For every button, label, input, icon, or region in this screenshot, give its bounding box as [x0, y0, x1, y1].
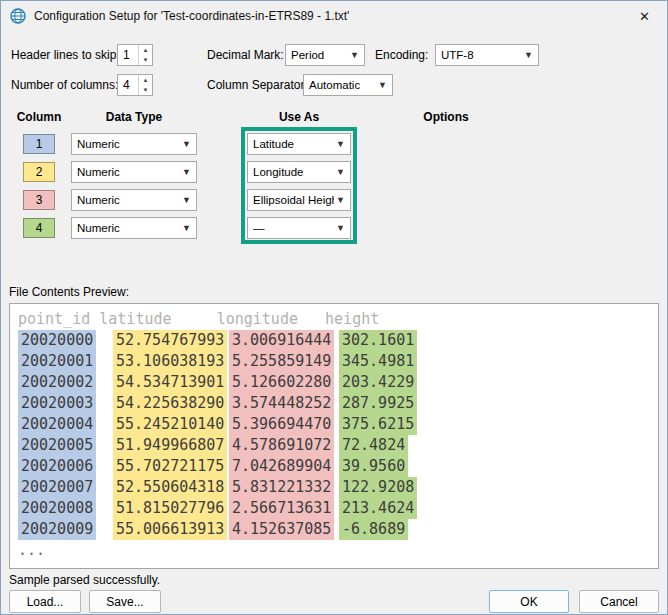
preview-cell: 5.126602280 — [229, 372, 334, 393]
use-as-header: Use As — [247, 110, 351, 124]
preview-cell: 5.831221332 — [229, 477, 334, 498]
preview-cell: 52.550604318 — [113, 477, 227, 498]
encoding-value: UTF-8 — [441, 49, 474, 61]
preview-cell: 20020001 — [18, 351, 96, 372]
column-separator-label: Column Separator: — [207, 74, 308, 96]
data-type-select[interactable]: Numeric ▼ — [71, 161, 197, 183]
column-config-row: 4 Numeric ▼ — ▼ — [1, 215, 667, 243]
chevron-down-icon: ▼ — [182, 139, 191, 149]
column-separator-select[interactable]: Automatic ▼ — [303, 74, 393, 96]
chevron-down-icon: ▼ — [524, 50, 533, 60]
data-type-select[interactable]: Numeric ▼ — [71, 189, 197, 211]
preview-cell: 20020008 — [18, 498, 96, 519]
preview-cell: 52.754767993 — [113, 330, 227, 351]
cancel-button[interactable]: Cancel — [579, 590, 659, 613]
load-button[interactable]: Load... — [9, 590, 81, 613]
preview-data-row: 20020000 52.754767993 3.006916444 302.16… — [18, 330, 658, 351]
save-button[interactable]: Save... — [89, 590, 161, 613]
num-columns-value: 4 — [123, 75, 130, 95]
column-config-row: 2 Numeric ▼ Longitude ▼ — [1, 159, 667, 187]
preview-data-row: 20020005 51.949966807 4.578691072 72.482… — [18, 435, 658, 456]
data-type-header: Data Type — [71, 110, 197, 124]
preview-header-line: point_id latitude longitude height — [18, 309, 658, 330]
column-separator-value: Automatic — [309, 79, 360, 91]
encoding-select[interactable]: UTF-8 ▼ — [435, 44, 539, 66]
header-lines-value: 1 — [123, 45, 130, 65]
preview-data-row: 20020009 55.006613913 4.152637085 -6.868… — [18, 519, 658, 540]
preview-cell: 4.152637085 — [229, 519, 334, 540]
column-number-badge: 2 — [23, 162, 55, 182]
preview-cell: 55.245210140 — [113, 414, 227, 435]
preview-cell: 20020006 — [18, 456, 96, 477]
preview-cell: 345.4981 — [339, 351, 417, 372]
preview-cell: -6.8689 — [339, 519, 408, 540]
num-columns-spinner[interactable]: 4 ▲ ▼ — [117, 74, 153, 96]
data-type-select[interactable]: Numeric ▼ — [71, 133, 197, 155]
chevron-down-icon: ▼ — [182, 195, 191, 205]
preview-cell: 20020005 — [18, 435, 96, 456]
chevron-down-icon: ▼ — [182, 223, 191, 233]
column-number-badge: 3 — [23, 190, 55, 210]
preview-label: File Contents Preview: — [9, 281, 129, 303]
decimal-mark-label: Decimal Mark: — [207, 44, 284, 66]
spin-up-icon[interactable]: ▲ — [139, 75, 152, 85]
decimal-mark-value: Period — [291, 49, 324, 61]
preview-cell: 302.1601 — [339, 330, 417, 351]
column-config-row: 1 Numeric ▼ Latitude ▼ — [1, 131, 667, 159]
preview-cell: 213.4624 — [339, 498, 417, 519]
preview-cell: 375.6215 — [339, 414, 417, 435]
preview-cell: 55.006613913 — [113, 519, 227, 540]
preview-data-row: 20020006 55.702721175 7.042689904 39.956… — [18, 456, 658, 477]
preview-truncation: ... — [18, 540, 658, 561]
use-as-select[interactable]: Ellipsoidal Height ▼ — [247, 189, 351, 211]
use-as-select[interactable]: Latitude ▼ — [247, 133, 351, 155]
titlebar: Configuration Setup for 'Test-coordinate… — [1, 1, 667, 31]
use-as-select[interactable]: Longitude ▼ — [247, 161, 351, 183]
preview-cell: 20020007 — [18, 477, 96, 498]
globe-icon — [10, 8, 26, 24]
preview-cell: 122.9208 — [339, 477, 417, 498]
chevron-down-icon: ▼ — [336, 195, 345, 205]
column-config-rows: 1 Numeric ▼ Latitude ▼ 2 Numeric ▼ Longi… — [1, 131, 667, 243]
preview-cell: 5.396694470 — [229, 414, 334, 435]
column-header: Column — [15, 110, 63, 124]
window-title: Configuration Setup for 'Test-coordinate… — [34, 9, 349, 23]
encoding-label: Encoding: — [375, 44, 428, 66]
preview-cell: 54.225638290 — [113, 393, 227, 414]
preview-data-row: 20020003 54.225638290 3.574448252 287.99… — [18, 393, 658, 414]
preview-cell: 20020009 — [18, 519, 96, 540]
preview-cell: 39.9560 — [339, 456, 408, 477]
preview-cell: 5.255859149 — [229, 351, 334, 372]
preview-cell: 7.042689904 — [229, 456, 334, 477]
chevron-down-icon: ▼ — [182, 167, 191, 177]
ok-button[interactable]: OK — [489, 590, 569, 613]
options-header: Options — [391, 110, 501, 124]
chevron-down-icon: ▼ — [378, 80, 387, 90]
chevron-down-icon: ▼ — [336, 167, 345, 177]
spin-down-icon[interactable]: ▼ — [139, 85, 152, 95]
spin-up-icon[interactable]: ▲ — [139, 45, 152, 55]
configuration-setup-dialog: Configuration Setup for 'Test-coordinate… — [0, 0, 668, 615]
preview-cell: 53.106038193 — [113, 351, 227, 372]
preview-data-row: 20020002 54.534713901 5.126602280 203.42… — [18, 372, 658, 393]
spin-down-icon[interactable]: ▼ — [139, 55, 152, 65]
preview-cell: 51.815027796 — [113, 498, 227, 519]
preview-cell: 72.4824 — [339, 435, 408, 456]
num-columns-label: Number of columns: — [11, 74, 118, 96]
preview-data-row: 20020004 55.245210140 5.396694470 375.62… — [18, 414, 658, 435]
column-config-row: 3 Numeric ▼ Ellipsoidal Height ▼ — [1, 187, 667, 215]
chevron-down-icon: ▼ — [336, 223, 345, 233]
preview-cell: 20020003 — [18, 393, 96, 414]
decimal-mark-select[interactable]: Period ▼ — [285, 44, 365, 66]
status-text: Sample parsed successfully. — [9, 573, 160, 587]
chevron-down-icon: ▼ — [350, 50, 359, 60]
header-lines-label: Header lines to skip: — [11, 44, 120, 66]
header-lines-spinner[interactable]: 1 ▲ ▼ — [117, 44, 153, 66]
use-as-select[interactable]: — ▼ — [247, 217, 351, 239]
file-contents-preview[interactable]: point_id latitude longitude height 20020… — [9, 303, 659, 569]
preview-cell: 51.949966807 — [113, 435, 227, 456]
chevron-down-icon: ▼ — [336, 139, 345, 149]
close-icon[interactable]: ✕ — [622, 1, 667, 31]
preview-rows: 20020000 52.754767993 3.006916444 302.16… — [18, 330, 658, 540]
data-type-select[interactable]: Numeric ▼ — [71, 217, 197, 239]
